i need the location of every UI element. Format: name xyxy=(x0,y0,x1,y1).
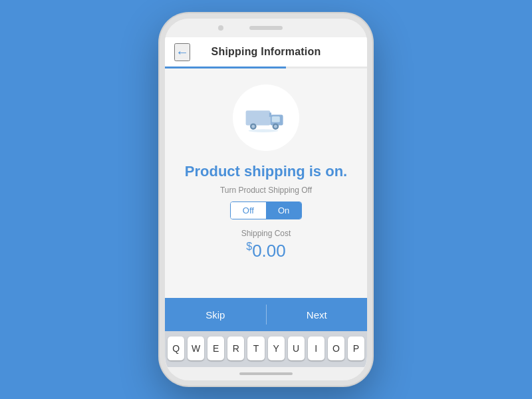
screen-header: ← Shipping Information xyxy=(165,37,367,66)
key-u[interactable]: U xyxy=(288,336,305,360)
toggle-on-button[interactable]: On xyxy=(266,202,301,219)
key-p[interactable]: P xyxy=(348,336,364,360)
cost-amount: 0.00 xyxy=(252,241,286,261)
phone-bottom-bar xyxy=(165,367,367,380)
phone-screen: ← Shipping Information xyxy=(165,37,367,367)
shipping-cost-value: $0.00 xyxy=(246,241,286,261)
next-button[interactable]: Next xyxy=(267,298,368,331)
svg-point-7 xyxy=(274,125,277,128)
key-y[interactable]: Y xyxy=(268,336,285,360)
phone-top-bar xyxy=(165,19,367,37)
phone-speaker xyxy=(249,26,283,30)
key-e[interactable]: E xyxy=(207,336,224,360)
svg-rect-3 xyxy=(269,112,271,116)
key-w[interactable]: W xyxy=(188,336,204,360)
key-r[interactable]: R xyxy=(227,336,244,360)
home-indicator xyxy=(239,372,293,375)
shipping-status-text: Product shipping is on. xyxy=(185,163,347,180)
dollar-sign: $ xyxy=(246,241,252,252)
phone-frame: ← Shipping Information xyxy=(160,13,372,386)
keyboard: Q W E R T Y U I O P xyxy=(165,331,367,367)
svg-point-8 xyxy=(249,129,279,132)
shipping-cost-label: Shipping Cost xyxy=(241,229,291,238)
truck-icon-container xyxy=(233,84,299,151)
svg-rect-0 xyxy=(246,110,271,125)
toggle-off-button[interactable]: Off xyxy=(231,202,266,219)
skip-button[interactable]: Skip xyxy=(165,298,266,331)
key-o[interactable]: O xyxy=(328,336,344,360)
truck-icon xyxy=(245,103,287,132)
screen-content: Product shipping is on. Turn Product Shi… xyxy=(165,68,367,298)
svg-rect-2 xyxy=(272,116,280,122)
phone-camera xyxy=(218,25,223,31)
key-i[interactable]: I xyxy=(308,336,325,360)
keyboard-row-1: Q W E R T Y U I O P xyxy=(168,336,364,360)
svg-point-5 xyxy=(251,125,255,128)
page-title: Shipping Information xyxy=(211,46,321,58)
toggle-description: Turn Product Shipping Off xyxy=(220,186,312,195)
back-button[interactable]: ← xyxy=(174,43,190,61)
screen-actions: Skip Next xyxy=(165,298,367,331)
key-q[interactable]: Q xyxy=(168,336,184,360)
key-t[interactable]: T xyxy=(247,336,264,360)
shipping-toggle[interactable]: Off On xyxy=(230,201,302,219)
